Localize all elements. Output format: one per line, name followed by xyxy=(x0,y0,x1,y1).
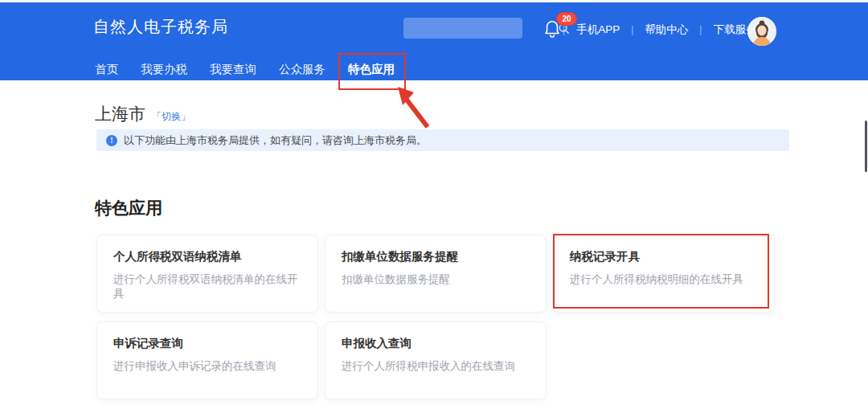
divider: | xyxy=(563,24,565,35)
info-icon: ! xyxy=(106,135,117,146)
card-desc: 扣缴单位数据服务提醒 xyxy=(342,272,530,287)
scrollbar-thumb[interactable] xyxy=(865,121,867,172)
card-title: 申诉记录查询 xyxy=(113,336,301,351)
card-bilingual-tax-list[interactable]: 个人所得税双语纳税清单 进行个人所得税双语纳税清单的在线开具 xyxy=(96,235,318,313)
card-title: 申报收入查询 xyxy=(342,336,530,351)
section-title: 特色应用 xyxy=(95,197,162,219)
user-avatar-icon xyxy=(747,17,776,46)
card-desc: 进行个人所得税纳税明细的在线开具 xyxy=(570,272,758,287)
avatar[interactable] xyxy=(747,17,776,46)
city-row: 上海市 「切换」 xyxy=(95,103,190,125)
card-desc: 进行申报收入申诉记录的在线查询 xyxy=(113,359,301,374)
header-links: | 手机APP | 帮助中心 | 下载服务 xyxy=(563,22,756,37)
search-box[interactable] xyxy=(403,18,522,39)
link-mobile-app[interactable]: 手机APP xyxy=(576,22,620,37)
nav-tab-home[interactable]: 首页 xyxy=(95,62,118,82)
notice-text: 以下功能由上海市税务局提供，如有疑问，请咨询上海市税务局。 xyxy=(124,133,427,148)
header-bar: 自然人电子税务局 20 | 手机APP | 帮助中心 | 下载服务 xyxy=(0,2,868,80)
card-title: 个人所得税双语纳税清单 xyxy=(113,249,301,264)
card-title: 纳税记录开具 xyxy=(570,249,758,264)
city-name: 上海市 xyxy=(95,103,145,125)
card-title: 扣缴单位数据服务提醒 xyxy=(342,249,530,264)
active-tab-underline xyxy=(349,84,394,86)
card-desc: 进行个人所得税申报收入的在线查询 xyxy=(342,359,530,374)
divider: | xyxy=(699,24,702,35)
app-title: 自然人电子税务局 xyxy=(93,16,228,38)
annotation-arrow xyxy=(394,85,436,130)
nav-tab-tax-handling[interactable]: 我要办税 xyxy=(141,62,187,82)
link-help-center[interactable]: 帮助中心 xyxy=(645,22,688,37)
nav-tab-featured-apps[interactable]: 特色应用 xyxy=(348,62,395,82)
card-withholding-unit-reminder[interactable]: 扣缴单位数据服务提醒 扣缴单位数据服务提醒 xyxy=(325,235,547,313)
divider: | xyxy=(631,24,633,35)
card-tax-record-issuance[interactable]: 纳税记录开具 进行个人所得税纳税明细的在线开具 xyxy=(553,235,775,313)
nav-tab-label: 特色应用 xyxy=(348,63,395,76)
card-desc: 进行个人所得税双语纳税清单的在线开具 xyxy=(113,272,301,301)
notice-banner: ! 以下功能由上海市税务局提供，如有疑问，请咨询上海市税务局。 xyxy=(96,129,789,151)
nav-tab-inquiry[interactable]: 我要查询 xyxy=(210,62,256,82)
card-appeal-record-query[interactable]: 申诉记录查询 进行申报收入申诉记录的在线查询 xyxy=(96,321,318,399)
main-nav: 首页 我要办税 我要查询 公众服务 特色应用 xyxy=(95,62,395,82)
nav-tab-public-service[interactable]: 公众服务 xyxy=(279,62,326,82)
card-declared-income-query[interactable]: 申报收入查询 进行个人所得税申报收入的在线查询 xyxy=(325,321,547,399)
search-input[interactable] xyxy=(403,18,558,39)
city-switch-link[interactable]: 「切换」 xyxy=(152,110,190,124)
